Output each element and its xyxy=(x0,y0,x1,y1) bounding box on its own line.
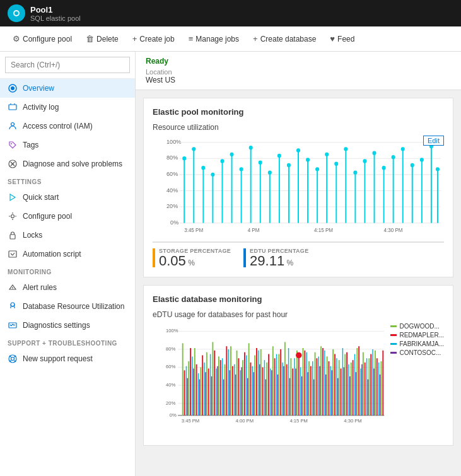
sidebar-item-automation[interactable]: Automation script xyxy=(0,245,135,264)
edtu-chart-svg: 100% 80% 60% 40% 20% 0% 3:45 PM 4:00 PM xyxy=(153,323,387,427)
svg-text:20%: 20% xyxy=(166,203,178,209)
settings-section-label: SETTINGS xyxy=(0,173,135,188)
search-input[interactable] xyxy=(5,57,130,73)
storage-metric: STORAGE PERCENTAGE 0.05 % xyxy=(153,248,231,268)
svg-point-59 xyxy=(220,159,224,163)
trash-icon: 🗑 xyxy=(86,34,94,44)
svg-text:60%: 60% xyxy=(166,364,175,369)
svg-point-69 xyxy=(268,170,272,174)
sidebar-item-activity-log[interactable]: Activity log xyxy=(0,98,135,117)
svg-text:4:15 PM: 4:15 PM xyxy=(314,227,333,233)
svg-point-67 xyxy=(259,160,262,164)
app-header: Pool1 SQL elastic pool xyxy=(0,0,461,26)
sidebar-search-container xyxy=(0,52,135,79)
svg-text:40%: 40% xyxy=(166,187,178,193)
delete-button[interactable]: 🗑 Delete xyxy=(81,32,124,46)
sidebar-item-configure[interactable]: Configure pool xyxy=(0,207,135,226)
svg-point-71 xyxy=(277,154,281,158)
svg-point-8 xyxy=(11,143,12,144)
svg-point-79 xyxy=(315,167,319,171)
create-database-button[interactable]: + Create database xyxy=(248,32,321,46)
contoso-legend-dot xyxy=(390,352,397,354)
diagnose-icon xyxy=(8,159,18,169)
edtu-info: EDTU PERCENTAGE 29.11 % xyxy=(250,248,308,268)
svg-marker-12 xyxy=(10,194,15,200)
svg-point-13 xyxy=(11,215,15,218)
svg-text:0%: 0% xyxy=(170,412,177,418)
resource-card-title: Elastic pool monitoring xyxy=(153,107,444,117)
svg-point-105 xyxy=(436,167,440,171)
svg-point-57 xyxy=(211,173,214,177)
sidebar-item-overview[interactable]: Overview xyxy=(0,79,135,98)
automation-icon xyxy=(8,249,18,259)
edtu-value: 29.11 xyxy=(250,253,284,269)
svg-text:80%: 80% xyxy=(166,154,178,161)
svg-rect-23 xyxy=(9,323,16,328)
manage-jobs-button[interactable]: ≡ Manage jobs xyxy=(184,32,244,46)
svg-point-55 xyxy=(201,166,205,170)
svg-point-81 xyxy=(325,153,329,156)
sidebar-item-alert-rules[interactable]: Alert rules xyxy=(0,278,135,297)
plus2-icon: + xyxy=(253,34,258,44)
svg-point-99 xyxy=(411,163,414,167)
svg-text:4:30 PM: 4:30 PM xyxy=(384,227,403,233)
edit-button[interactable]: Edit xyxy=(423,136,444,146)
contoso-legend-label: CONTOSOC... xyxy=(399,349,441,356)
svg-point-101 xyxy=(420,158,424,161)
plus-icon: + xyxy=(132,34,137,44)
svg-text:3:45 PM: 3:45 PM xyxy=(182,418,199,424)
resource-chart-subtitle: Resource utilization xyxy=(153,123,444,132)
activity-icon xyxy=(8,102,18,112)
sidebar-item-tags[interactable]: Tags xyxy=(0,136,135,154)
sidebar-item-diagnostics[interactable]: Diagnostics settings xyxy=(0,316,135,335)
edtu-bar xyxy=(243,248,246,267)
alert-icon xyxy=(8,282,18,293)
heart-icon: ♥ xyxy=(330,34,335,44)
dogwood-legend-dot xyxy=(390,325,397,327)
svg-point-176 xyxy=(296,352,302,359)
svg-text:4 PM: 4 PM xyxy=(248,227,260,233)
svg-point-75 xyxy=(296,148,300,152)
svg-text:4:30 PM: 4:30 PM xyxy=(344,418,361,424)
svg-rect-15 xyxy=(9,251,16,257)
svg-text:4:15 PM: 4:15 PM xyxy=(289,418,307,424)
lock-icon xyxy=(8,230,18,240)
svg-point-93 xyxy=(382,166,386,170)
location-label: Location xyxy=(146,68,451,76)
svg-text:100%: 100% xyxy=(166,139,181,145)
create-job-button[interactable]: + Create job xyxy=(127,32,180,46)
svg-point-65 xyxy=(249,146,253,149)
storage-unit: % xyxy=(188,258,195,267)
monitoring-section-label: MONITORING xyxy=(0,264,135,278)
svg-text:100%: 100% xyxy=(166,328,178,334)
configure-pool-button[interactable]: ⚙ Configure pool xyxy=(8,32,77,46)
content-status-header: Ready Location West US xyxy=(136,52,461,90)
sidebar-item-quickstart[interactable]: Quick start xyxy=(0,188,135,207)
edtu-monitoring-card: Elastic database monitoring eDTU usage f… xyxy=(143,285,453,446)
pool-icon xyxy=(8,4,25,22)
storage-value-row: 0.05 % xyxy=(159,254,231,268)
svg-line-26 xyxy=(13,324,14,325)
diagnostics-icon xyxy=(8,320,18,330)
redmapler-legend-label: REDMAPLER... xyxy=(399,332,444,339)
storage-bar xyxy=(153,248,155,267)
svg-text:20%: 20% xyxy=(166,400,175,406)
edtu-chart-subtitle: eDTU usage for databases for past hour xyxy=(153,310,444,319)
svg-point-73 xyxy=(287,163,291,167)
tags-icon xyxy=(8,140,18,150)
sidebar-item-diagnose[interactable]: Diagnose and solve problems xyxy=(0,154,135,173)
edtu-value-row: 29.11 % xyxy=(250,254,308,268)
svg-point-61 xyxy=(230,153,234,156)
fabrikam-legend-label: FABRIKAMJA... xyxy=(399,340,444,347)
legend-redmapler: REDMAPLER... xyxy=(390,332,444,339)
sidebar-item-iam[interactable]: Access control (IAM) xyxy=(0,117,135,136)
sidebar-item-db-resource[interactable]: Database Resource Utilization xyxy=(0,297,135,316)
svg-line-27 xyxy=(14,325,15,325)
sidebar-item-locks[interactable]: Locks xyxy=(0,226,135,245)
edtu-card-title: Elastic database monitoring xyxy=(153,294,444,304)
legend-contoso: CONTOSOC... xyxy=(390,349,444,356)
svg-point-89 xyxy=(363,159,366,163)
feed-button[interactable]: ♥ Feed xyxy=(325,32,359,46)
sidebar-item-support[interactable]: New support request xyxy=(0,349,135,368)
svg-line-17 xyxy=(13,253,15,255)
